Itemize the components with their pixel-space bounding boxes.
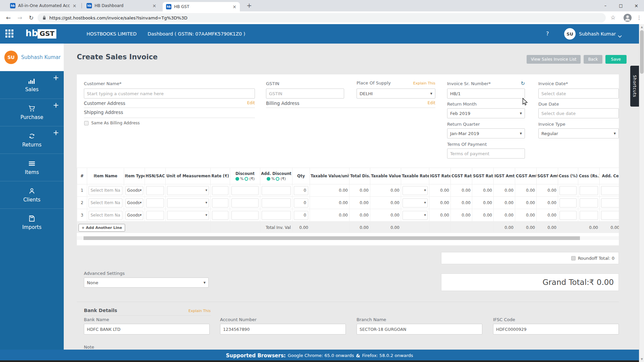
bank-name-input[interactable] [84,324,210,335]
vertical-scrollbar[interactable]: ▲ ▼ [639,24,644,362]
uom-select[interactable]: ▼ [167,211,209,220]
qty-input[interactable] [294,211,308,220]
advanced-settings-select[interactable]: None ▼ [84,278,209,288]
cess-pct-input[interactable] [559,186,577,195]
terms-of-payment-input[interactable] [447,148,525,159]
ifsc-code-input[interactable] [493,324,619,335]
discount-rupee-radio[interactable] [245,177,248,181]
add-discount-input[interactable] [262,211,291,220]
hsn-input[interactable] [146,211,164,220]
save-button[interactable]: Save [605,55,627,64]
return-month-select[interactable]: Feb 2019 ▼ [447,108,525,118]
invoice-sr-number-input[interactable] [447,88,525,99]
qty-input[interactable] [294,186,308,195]
hsn-input[interactable] [146,186,164,195]
cess-rs-input[interactable] [580,211,598,220]
account-number-input[interactable] [220,324,346,335]
sidebar-item-sales[interactable]: + Sales [0,71,64,99]
plus-icon[interactable]: + [53,128,59,137]
sidebar-item-returns[interactable]: + Returns [0,126,64,154]
user-name[interactable]: Subhash Kumar [579,31,616,37]
browser-tab-2[interactable]: hb HB Dashboard × [83,0,160,11]
browser-profile-avatar[interactable] [623,13,632,22]
uom-select[interactable]: ▼ [167,198,209,207]
rate-input[interactable] [212,198,228,207]
place-of-supply-select[interactable]: DELHI ▼ [357,88,435,99]
due-date-input[interactable] [538,108,619,118]
add-discount-percent-radio[interactable] [267,177,270,181]
add-discount-input[interactable] [262,198,291,207]
discount-input[interactable] [231,198,259,207]
item-type-select[interactable]: Goods▼ [125,186,143,195]
add-discount-input[interactable] [262,186,291,195]
customer-address-edit-link[interactable]: Edit [247,101,255,105]
bookmark-star-icon[interactable]: ☆ [610,14,615,21]
new-tab-button[interactable]: + [245,2,254,9]
apps-grid-icon[interactable] [5,29,13,38]
rate-input[interactable] [212,211,228,220]
uom-select[interactable]: ▼ [167,186,209,195]
sidebar-item-clients[interactable]: Clients [0,181,64,208]
scroll-up-icon[interactable]: ▲ [639,25,644,28]
browser-tab-active[interactable]: hb HB GST × [163,2,240,11]
cess-rs-input[interactable] [580,186,598,195]
back-icon[interactable]: ← [6,14,11,21]
return-quarter-select[interactable]: Jan-Mar 2019 ▼ [447,128,525,138]
discount-input[interactable] [231,186,259,195]
address-bar[interactable]: https://gst.hostbooks.com/invoice/sales?… [38,13,606,22]
discount-percent-radio[interactable] [235,177,239,181]
minimize-icon[interactable]: – [598,0,613,11]
add-another-line-button[interactable]: + Add Another Line [78,224,125,232]
cess-pct-input[interactable] [559,211,577,220]
item-type-select[interactable]: Goods▼ [125,198,143,207]
explain-this-link[interactable]: Explain This [189,309,211,313]
browser-tab-1[interactable]: hb All-in-One Automated Accountin × [7,0,80,11]
scroll-down-icon[interactable]: ▼ [639,358,644,361]
sidebar-item-purchase[interactable]: + Purchase [0,99,64,126]
user-avatar[interactable]: SU [564,28,576,40]
regenerate-icon[interactable]: ↻ [521,80,525,86]
forward-icon[interactable]: → [17,14,22,21]
branch-name-input[interactable] [357,324,482,335]
customer-name-input[interactable] [84,88,255,99]
taxable-rate-select[interactable]: ▼ [402,198,428,207]
taxable-rate-select[interactable]: ▼ [402,211,428,220]
close-tab-icon[interactable]: × [72,3,76,8]
refresh-icon[interactable]: ↻ [29,14,34,21]
invoice-type-select[interactable]: Regular ▼ [538,128,619,138]
close-tab-icon[interactable]: × [152,3,156,8]
explain-this-link[interactable]: Explain This [413,81,435,85]
hsn-input[interactable] [146,198,164,207]
same-as-billing-checkbox[interactable] [84,121,89,125]
close-window-icon[interactable]: × [629,0,644,11]
view-sales-invoice-list-button[interactable]: View Sales Invoice List [527,55,581,64]
plus-icon[interactable]: + [53,73,59,82]
item-type-select[interactable]: Goods▼ [125,211,143,220]
taxable-rate-select[interactable]: ▼ [402,186,428,195]
roundoff-checkbox[interactable] [571,256,576,260]
invoice-date-input[interactable] [538,88,619,99]
cess-rs-input[interactable] [580,198,598,207]
table-horizontal-scrollbar[interactable] [77,236,619,240]
add-cess-input[interactable] [601,198,619,207]
shortcuts-tab[interactable]: Shortcuts [630,66,639,107]
add-discount-rupee-radio[interactable] [276,177,279,181]
billing-address-edit-link[interactable]: Edit [428,101,435,105]
qty-input[interactable] [294,198,308,207]
plus-icon[interactable]: + [53,101,59,109]
item-name-input[interactable] [89,198,122,207]
chevron-down-icon[interactable] [618,33,622,39]
maximize-icon[interactable]: □ [613,0,629,11]
help-icon[interactable]: ? [546,31,549,37]
discount-input[interactable] [231,211,259,220]
item-name-input[interactable] [89,186,122,195]
gstin-input[interactable] [266,88,344,99]
add-cess-input[interactable] [601,211,619,220]
rate-input[interactable] [212,186,228,195]
browser-menu-icon[interactable]: ⋮ [637,15,642,21]
close-tab-icon[interactable]: × [232,4,236,9]
sidebar-item-imports[interactable]: Imports [0,208,64,236]
item-name-input[interactable] [89,211,122,220]
cess-pct-input[interactable] [559,198,577,207]
add-cess-input[interactable] [601,186,619,195]
